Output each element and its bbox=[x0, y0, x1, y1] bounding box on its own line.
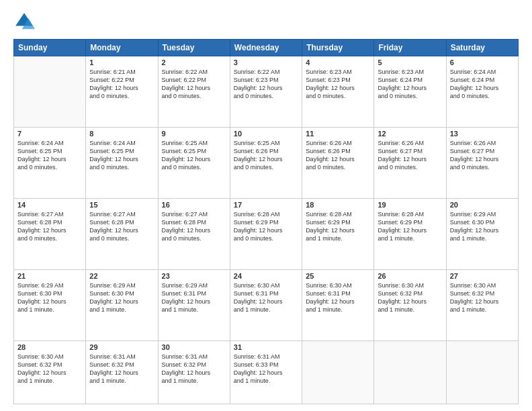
day-number: 12 bbox=[378, 130, 442, 138]
table-row: 4Sunrise: 6:23 AM Sunset: 6:23 PM Daylig… bbox=[302, 56, 374, 128]
day-info: Sunrise: 6:30 AM Sunset: 6:31 PM Dayligh… bbox=[234, 281, 298, 314]
day-number: 1 bbox=[89, 58, 154, 66]
table-row: 23Sunrise: 6:29 AM Sunset: 6:31 PM Dayli… bbox=[158, 269, 230, 340]
day-info: Sunrise: 6:23 AM Sunset: 6:23 PM Dayligh… bbox=[306, 68, 370, 101]
day-number: 8 bbox=[89, 130, 154, 138]
table-row: 30Sunrise: 6:31 AM Sunset: 6:32 PM Dayli… bbox=[158, 340, 230, 404]
logo-icon bbox=[13, 11, 35, 32]
weekday-header-row: SundayMondayTuesdayWednesdayThursdayFrid… bbox=[14, 40, 519, 56]
day-number: 18 bbox=[306, 201, 370, 209]
day-number: 5 bbox=[378, 58, 442, 66]
day-number: 20 bbox=[450, 201, 515, 209]
weekday-header-tuesday: Tuesday bbox=[158, 40, 230, 56]
table-row bbox=[374, 340, 446, 404]
weekday-header-sunday: Sunday bbox=[14, 40, 86, 56]
day-number: 15 bbox=[89, 201, 154, 209]
day-info: Sunrise: 6:24 AM Sunset: 6:25 PM Dayligh… bbox=[89, 139, 154, 172]
day-info: Sunrise: 6:31 AM Sunset: 6:32 PM Dayligh… bbox=[89, 353, 154, 385]
day-number: 25 bbox=[306, 272, 370, 280]
day-number: 26 bbox=[378, 272, 442, 280]
table-row: 10Sunrise: 6:25 AM Sunset: 6:26 PM Dayli… bbox=[230, 127, 302, 198]
table-row: 25Sunrise: 6:30 AM Sunset: 6:31 PM Dayli… bbox=[302, 269, 374, 340]
day-info: Sunrise: 6:29 AM Sunset: 6:30 PM Dayligh… bbox=[450, 210, 515, 243]
calendar-week-row: 28Sunrise: 6:30 AM Sunset: 6:32 PM Dayli… bbox=[14, 340, 519, 404]
day-info: Sunrise: 6:23 AM Sunset: 6:24 PM Dayligh… bbox=[378, 68, 442, 101]
table-row: 19Sunrise: 6:28 AM Sunset: 6:29 PM Dayli… bbox=[374, 198, 446, 269]
day-info: Sunrise: 6:25 AM Sunset: 6:25 PM Dayligh… bbox=[162, 139, 226, 172]
day-number: 30 bbox=[162, 343, 226, 351]
day-number: 11 bbox=[306, 130, 370, 138]
logo bbox=[13, 11, 38, 32]
weekday-header-thursday: Thursday bbox=[302, 40, 374, 56]
day-number: 22 bbox=[89, 272, 154, 280]
table-row: 26Sunrise: 6:30 AM Sunset: 6:32 PM Dayli… bbox=[374, 269, 446, 340]
day-info: Sunrise: 6:26 AM Sunset: 6:27 PM Dayligh… bbox=[450, 139, 515, 172]
day-number: 24 bbox=[234, 272, 298, 280]
table-row: 22Sunrise: 6:29 AM Sunset: 6:30 PM Dayli… bbox=[86, 269, 158, 340]
table-row: 28Sunrise: 6:30 AM Sunset: 6:32 PM Dayli… bbox=[14, 340, 86, 404]
table-row bbox=[302, 340, 374, 404]
day-info: Sunrise: 6:27 AM Sunset: 6:28 PM Dayligh… bbox=[162, 210, 226, 243]
day-info: Sunrise: 6:30 AM Sunset: 6:32 PM Dayligh… bbox=[378, 281, 442, 314]
calendar-week-row: 21Sunrise: 6:29 AM Sunset: 6:30 PM Dayli… bbox=[14, 269, 519, 340]
day-number: 21 bbox=[17, 272, 82, 280]
calendar-table: SundayMondayTuesdayWednesdayThursdayFrid… bbox=[13, 39, 519, 404]
header bbox=[13, 11, 519, 32]
day-number: 13 bbox=[450, 130, 515, 138]
table-row: 17Sunrise: 6:28 AM Sunset: 6:29 PM Dayli… bbox=[230, 198, 302, 269]
table-row: 31Sunrise: 6:31 AM Sunset: 6:33 PM Dayli… bbox=[230, 340, 302, 404]
day-info: Sunrise: 6:31 AM Sunset: 6:32 PM Dayligh… bbox=[162, 353, 226, 385]
table-row bbox=[14, 56, 86, 128]
table-row: 6Sunrise: 6:24 AM Sunset: 6:24 PM Daylig… bbox=[446, 56, 518, 128]
table-row: 27Sunrise: 6:30 AM Sunset: 6:32 PM Dayli… bbox=[446, 269, 518, 340]
day-number: 4 bbox=[306, 58, 370, 66]
table-row: 29Sunrise: 6:31 AM Sunset: 6:32 PM Dayli… bbox=[86, 340, 158, 404]
day-number: 3 bbox=[234, 58, 298, 66]
day-info: Sunrise: 6:26 AM Sunset: 6:26 PM Dayligh… bbox=[306, 139, 370, 172]
day-info: Sunrise: 6:25 AM Sunset: 6:26 PM Dayligh… bbox=[234, 139, 298, 172]
day-number: 10 bbox=[234, 130, 298, 138]
table-row: 1Sunrise: 6:21 AM Sunset: 6:22 PM Daylig… bbox=[86, 56, 158, 128]
day-number: 17 bbox=[234, 201, 298, 209]
table-row: 7Sunrise: 6:24 AM Sunset: 6:25 PM Daylig… bbox=[14, 127, 86, 198]
day-number: 29 bbox=[89, 343, 154, 351]
weekday-header-friday: Friday bbox=[374, 40, 446, 56]
weekday-header-wednesday: Wednesday bbox=[230, 40, 302, 56]
day-number: 31 bbox=[234, 343, 298, 351]
day-info: Sunrise: 6:29 AM Sunset: 6:31 PM Dayligh… bbox=[162, 281, 226, 314]
day-number: 23 bbox=[162, 272, 226, 280]
day-number: 9 bbox=[162, 130, 226, 138]
table-row bbox=[446, 340, 518, 404]
calendar-week-row: 1Sunrise: 6:21 AM Sunset: 6:22 PM Daylig… bbox=[14, 56, 519, 128]
day-info: Sunrise: 6:24 AM Sunset: 6:24 PM Dayligh… bbox=[450, 68, 515, 101]
day-info: Sunrise: 6:30 AM Sunset: 6:32 PM Dayligh… bbox=[450, 281, 515, 314]
table-row: 20Sunrise: 6:29 AM Sunset: 6:30 PM Dayli… bbox=[446, 198, 518, 269]
day-info: Sunrise: 6:26 AM Sunset: 6:27 PM Dayligh… bbox=[378, 139, 442, 172]
table-row: 12Sunrise: 6:26 AM Sunset: 6:27 PM Dayli… bbox=[374, 127, 446, 198]
day-number: 14 bbox=[17, 201, 82, 209]
table-row: 9Sunrise: 6:25 AM Sunset: 6:25 PM Daylig… bbox=[158, 127, 230, 198]
day-number: 16 bbox=[162, 201, 226, 209]
table-row: 15Sunrise: 6:27 AM Sunset: 6:28 PM Dayli… bbox=[86, 198, 158, 269]
table-row: 5Sunrise: 6:23 AM Sunset: 6:24 PM Daylig… bbox=[374, 56, 446, 128]
day-number: 6 bbox=[450, 58, 515, 66]
table-row: 24Sunrise: 6:30 AM Sunset: 6:31 PM Dayli… bbox=[230, 269, 302, 340]
table-row: 2Sunrise: 6:22 AM Sunset: 6:22 PM Daylig… bbox=[158, 56, 230, 128]
weekday-header-saturday: Saturday bbox=[446, 40, 518, 56]
day-info: Sunrise: 6:22 AM Sunset: 6:22 PM Dayligh… bbox=[162, 68, 226, 101]
day-number: 27 bbox=[450, 272, 515, 280]
day-number: 2 bbox=[162, 58, 226, 66]
table-row: 14Sunrise: 6:27 AM Sunset: 6:28 PM Dayli… bbox=[14, 198, 86, 269]
table-row: 13Sunrise: 6:26 AM Sunset: 6:27 PM Dayli… bbox=[446, 127, 518, 198]
day-number: 28 bbox=[17, 343, 82, 351]
table-row: 21Sunrise: 6:29 AM Sunset: 6:30 PM Dayli… bbox=[14, 269, 86, 340]
day-info: Sunrise: 6:22 AM Sunset: 6:23 PM Dayligh… bbox=[234, 68, 298, 101]
day-info: Sunrise: 6:30 AM Sunset: 6:32 PM Dayligh… bbox=[17, 353, 82, 385]
day-number: 7 bbox=[17, 130, 82, 138]
table-row: 18Sunrise: 6:28 AM Sunset: 6:29 PM Dayli… bbox=[302, 198, 374, 269]
day-info: Sunrise: 6:24 AM Sunset: 6:25 PM Dayligh… bbox=[17, 139, 82, 172]
day-info: Sunrise: 6:21 AM Sunset: 6:22 PM Dayligh… bbox=[89, 68, 154, 101]
table-row: 8Sunrise: 6:24 AM Sunset: 6:25 PM Daylig… bbox=[86, 127, 158, 198]
day-info: Sunrise: 6:30 AM Sunset: 6:31 PM Dayligh… bbox=[306, 281, 370, 314]
page: SundayMondayTuesdayWednesdayThursdayFrid… bbox=[0, 0, 532, 411]
